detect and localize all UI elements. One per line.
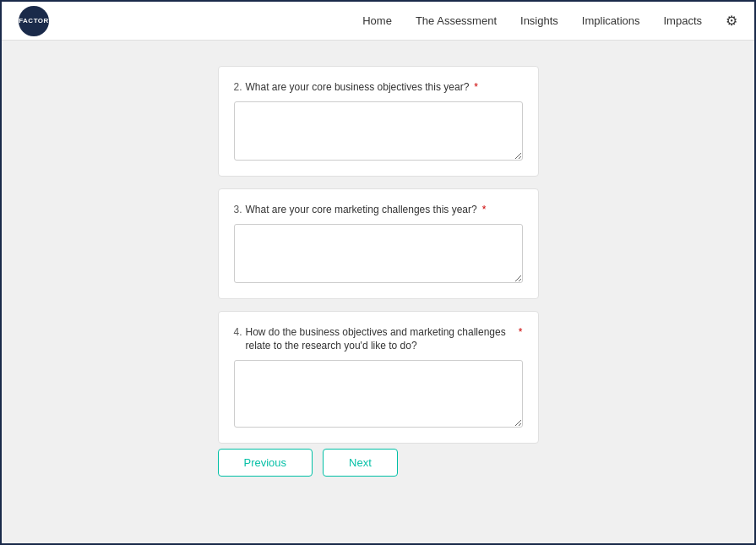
- nav-links: Home The Assessment Insights Implication…: [362, 13, 737, 29]
- question-card-4: 4. How do the business objectives and ma…: [218, 311, 539, 444]
- required-star-3: *: [482, 203, 487, 217]
- question-number-2: 2.: [234, 80, 242, 95]
- question-text-2: What are your core business objectives t…: [246, 80, 470, 95]
- next-button[interactable]: Next: [323, 449, 398, 477]
- question-label-3: 3. What are your core marketing challeng…: [234, 203, 523, 217]
- question-text-4: How do the business objectives and marke…: [246, 325, 514, 354]
- previous-button[interactable]: Previous: [218, 449, 313, 477]
- question-textarea-4[interactable]: [234, 360, 523, 428]
- navbar: FACTOR Home The Assessment Insights Impl…: [2, 2, 754, 41]
- settings-icon[interactable]: ⚙: [726, 13, 737, 29]
- buttons-row: Previous Next: [218, 449, 539, 477]
- question-label-4: 4. How do the business objectives and ma…: [234, 325, 523, 354]
- nav-assessment[interactable]: The Assessment: [416, 14, 497, 27]
- form-container: 2. What are your core business objective…: [218, 66, 539, 444]
- question-textarea-2[interactable]: [234, 101, 523, 161]
- question-number-4: 4.: [234, 325, 242, 340]
- question-text-3: What are your core marketing challenges …: [246, 203, 477, 217]
- required-star-4: *: [519, 325, 523, 340]
- nav-insights[interactable]: Insights: [520, 14, 558, 27]
- nav-impacts[interactable]: Impacts: [663, 14, 702, 27]
- nav-home[interactable]: Home: [362, 14, 392, 27]
- question-textarea-3[interactable]: [234, 224, 523, 283]
- question-card-2: 2. What are your core business objective…: [218, 66, 539, 177]
- nav-implications[interactable]: Implications: [582, 14, 640, 27]
- question-label-2: 2. What are your core business objective…: [234, 80, 523, 95]
- question-number-3: 3.: [234, 203, 242, 217]
- question-card-3: 3. What are your core marketing challeng…: [218, 188, 539, 299]
- logo: FACTOR: [19, 6, 49, 36]
- main-content: 2. What are your core business objective…: [2, 41, 754, 543]
- required-star-2: *: [474, 80, 478, 95]
- page-wrapper: FACTOR Home The Assessment Insights Impl…: [0, 0, 756, 545]
